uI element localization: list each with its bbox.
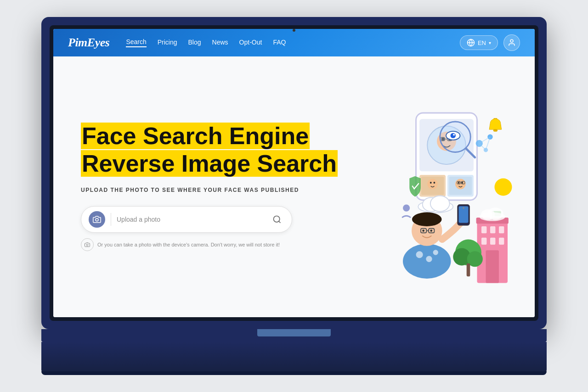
camera-small-icon bbox=[85, 242, 90, 247]
svg-point-6 bbox=[86, 244, 88, 246]
globe-icon bbox=[467, 39, 475, 47]
hero-title: Face Search Engine Reverse Image Search bbox=[81, 123, 338, 178]
camera-note: Or you can take a photo with the device'… bbox=[81, 238, 338, 251]
camera-icon bbox=[93, 215, 101, 224]
chevron-down-icon: ▾ bbox=[489, 40, 491, 45]
camera-note-text: Or you can take a photo with the device'… bbox=[97, 242, 280, 247]
search-submit-button[interactable] bbox=[270, 212, 284, 227]
nav-left: PimEyes Search Pricing Blog News Opt-Out… bbox=[68, 36, 286, 50]
hero-text: Face Search Engine Reverse Image Search … bbox=[81, 123, 338, 251]
svg-point-70 bbox=[493, 129, 498, 132]
hero-illustration bbox=[342, 61, 516, 317]
laptop-screen: PimEyes Search Pricing Blog News Opt-Out… bbox=[53, 29, 535, 317]
laptop-base-top bbox=[41, 329, 547, 342]
upload-placeholder[interactable]: Upload a photo bbox=[117, 216, 264, 223]
illustration-svg bbox=[342, 61, 516, 317]
svg-rect-65 bbox=[467, 263, 470, 277]
camera-note-icon[interactable] bbox=[81, 238, 94, 251]
laptop-device: PimEyes Search Pricing Blog News Opt-Out… bbox=[41, 17, 547, 375]
svg-point-20 bbox=[453, 134, 455, 136]
nav-link-news[interactable]: News bbox=[212, 39, 228, 47]
screen-content: PimEyes Search Pricing Blog News Opt-Out… bbox=[53, 29, 535, 317]
svg-rect-58 bbox=[486, 250, 499, 283]
svg-point-2 bbox=[510, 39, 513, 42]
nav-links: Search Pricing Blog News Opt-Out FAQ bbox=[126, 38, 286, 47]
upload-photo-button[interactable] bbox=[89, 211, 105, 228]
divider bbox=[111, 213, 111, 226]
nav-link-faq[interactable]: FAQ bbox=[273, 39, 286, 47]
svg-line-5 bbox=[279, 221, 281, 223]
svg-point-37 bbox=[403, 244, 451, 279]
svg-rect-53 bbox=[490, 226, 495, 233]
user-profile-button[interactable] bbox=[503, 34, 520, 51]
svg-point-19 bbox=[451, 133, 456, 138]
svg-point-24 bbox=[430, 182, 432, 184]
svg-point-3 bbox=[96, 218, 98, 221]
laptop-lid: PimEyes Search Pricing Blog News Opt-Out… bbox=[41, 17, 547, 329]
laptop-hinge bbox=[257, 329, 331, 336]
logo[interactable]: PimEyes bbox=[68, 36, 109, 50]
search-box: Upload a photo bbox=[81, 206, 292, 233]
svg-point-25 bbox=[434, 182, 435, 184]
svg-point-23 bbox=[427, 179, 438, 189]
navbar: PimEyes Search Pricing Blog News Opt-Out… bbox=[53, 29, 535, 56]
logo-text: PimEyes bbox=[68, 36, 109, 49]
nav-link-blog[interactable]: Blog bbox=[188, 39, 201, 47]
language-selector[interactable]: EN ▾ bbox=[460, 35, 498, 50]
hero-title-line2: Reverse Image Search bbox=[81, 150, 338, 177]
svg-point-39 bbox=[426, 256, 432, 262]
svg-point-50 bbox=[463, 207, 464, 209]
user-icon bbox=[508, 39, 516, 47]
svg-point-78 bbox=[403, 205, 410, 212]
hero-section: Face Search Engine Reverse Image Search … bbox=[53, 56, 535, 317]
svg-point-46 bbox=[422, 230, 424, 232]
svg-point-36 bbox=[430, 196, 450, 212]
search-icon bbox=[272, 215, 282, 224]
nav-link-search[interactable]: Search bbox=[126, 38, 146, 47]
svg-point-29 bbox=[458, 182, 460, 184]
hero-subtitle: UPLOAD THE PHOTO TO SEE WHERE YOUR FACE … bbox=[81, 187, 338, 193]
svg-point-38 bbox=[416, 251, 423, 258]
camera-dot bbox=[293, 29, 295, 32]
svg-point-4 bbox=[274, 216, 280, 222]
svg-rect-54 bbox=[499, 226, 504, 233]
svg-rect-56 bbox=[490, 238, 495, 245]
hero-title-line1: Face Search Engine bbox=[81, 123, 310, 149]
laptop-bezel: PimEyes Search Pricing Blog News Opt-Out… bbox=[50, 25, 538, 321]
svg-rect-55 bbox=[481, 238, 486, 245]
nav-right: EN ▾ bbox=[460, 34, 520, 51]
svg-point-42 bbox=[412, 213, 442, 226]
laptop-bottom bbox=[41, 342, 547, 375]
laptop-base bbox=[41, 329, 547, 375]
svg-point-47 bbox=[430, 230, 432, 232]
svg-point-40 bbox=[433, 250, 438, 255]
nav-link-pricing[interactable]: Pricing bbox=[158, 39, 177, 47]
svg-point-69 bbox=[495, 179, 512, 196]
nav-link-optout[interactable]: Opt-Out bbox=[239, 39, 262, 47]
language-label: EN bbox=[478, 39, 486, 46]
svg-point-68 bbox=[487, 207, 503, 220]
svg-rect-52 bbox=[481, 226, 486, 233]
svg-rect-57 bbox=[499, 238, 504, 245]
